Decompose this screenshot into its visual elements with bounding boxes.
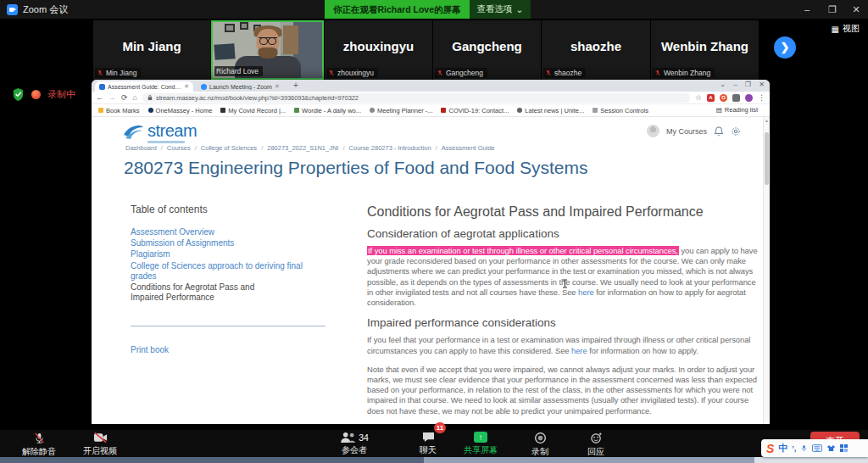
- bookmark-star-icon[interactable]: ☆: [695, 94, 702, 102]
- zoom-app-icon: [7, 4, 18, 15]
- bookmark-item[interactable]: COVID-19: Contact...: [441, 107, 509, 114]
- banner-text: 你正在观看Richard Love的屏幕: [325, 0, 470, 19]
- ime-punctuation-toggle[interactable]: ’,: [792, 444, 796, 453]
- bookmark-item[interactable]: Latest news | Unite...: [517, 107, 584, 114]
- url-text: stream.massey.ac.nz/mod/book/view.php?id…: [156, 94, 359, 102]
- participant-tile[interactable]: Gangcheng Gangcheng: [433, 20, 541, 80]
- chat-icon: [422, 432, 435, 443]
- forward-icon[interactable]: →: [108, 94, 116, 102]
- participant-tile[interactable]: Min Jiang Min Jiang: [93, 20, 210, 80]
- sogou-ime-bar[interactable]: S 中 ’,: [761, 439, 868, 457]
- notifications-bell-icon[interactable]: [714, 126, 724, 137]
- toc-link[interactable]: Submission of Assignments: [131, 238, 304, 248]
- office-extension-icon[interactable]: O: [720, 94, 727, 102]
- my-courses-link[interactable]: My Courses: [666, 127, 707, 136]
- breadcrumb-item[interactable]: Assessment Guide: [431, 144, 495, 152]
- user-avatar[interactable]: [647, 125, 659, 137]
- recording-label: 录制中: [47, 88, 75, 101]
- recording-indicator: 录制中: [12, 87, 75, 102]
- breadcrumb-item[interactable]: College of Sciences: [191, 144, 257, 152]
- mic-muted-icon: [654, 70, 661, 76]
- mic-muted-icon: [97, 70, 103, 76]
- home-icon[interactable]: ⌂: [133, 94, 137, 102]
- view-options-button[interactable]: 查看选项 ⌄: [470, 0, 531, 19]
- browser-minimize-button[interactable]: –: [734, 81, 737, 88]
- adobe-extension-icon[interactable]: A: [707, 94, 715, 102]
- stream-tagline: [147, 141, 185, 143]
- bookmark-item[interactable]: Meeting Planner -...: [370, 107, 432, 114]
- camera-off-icon: [93, 432, 108, 443]
- scroll-up-icon[interactable]: ▲: [764, 117, 770, 124]
- reactions-smiley-icon: [590, 432, 603, 444]
- here-link[interactable]: here: [571, 346, 587, 355]
- browser-close-button[interactable]: ✕: [759, 81, 765, 88]
- ime-skin-shirt-icon[interactable]: [826, 444, 836, 452]
- bookmark-item[interactable]: Book Marks: [98, 107, 140, 114]
- mic-muted-icon: [545, 70, 552, 76]
- close-button[interactable]: ✕: [848, 0, 865, 19]
- new-tab-button[interactable]: +: [293, 81, 298, 90]
- start-video-button[interactable]: 开启视频: [68, 432, 132, 457]
- toc-link[interactable]: Assessment Overview: [131, 227, 304, 237]
- bookmark-item[interactable]: OneMassey - Home: [148, 107, 213, 114]
- browser-tab-active[interactable]: Assessment Guide: Conditions f... ✕: [95, 81, 193, 92]
- browser-menu-kebab-icon[interactable]: ⋮: [758, 94, 765, 102]
- participant-tile[interactable]: Wenbin Zhang Wenbin Zhang: [651, 20, 759, 80]
- minimize-button[interactable]: –: [798, 0, 815, 19]
- browser-tab[interactable]: Launch Meeting - Zoom ✕: [197, 81, 290, 92]
- security-shield-icon[interactable]: [12, 87, 25, 102]
- close-tab-icon[interactable]: ✕: [184, 83, 189, 90]
- participant-tile[interactable]: zhouxingyu zhouxingyu: [325, 20, 432, 80]
- share-screen-button[interactable]: ↑ 共享屏幕: [448, 432, 513, 456]
- browser-maximize-button[interactable]: ❐: [745, 81, 751, 88]
- extensions-puzzle-icon[interactable]: [732, 94, 740, 102]
- view-layout-button[interactable]: ▦ 视图: [832, 23, 860, 35]
- highlighted-text: If you miss an examination or test throu…: [367, 246, 679, 255]
- participants-button[interactable]: 34 参会者: [322, 432, 387, 456]
- shared-browser-window: Assessment Guide: Conditions f... ✕ Laun…: [92, 80, 770, 424]
- unmute-button[interactable]: 解除静音: [7, 432, 71, 458]
- participant-label: zhouxingyu: [337, 69, 374, 77]
- stream-wordmark: stream: [147, 122, 197, 139]
- breadcrumb-item[interactable]: Course 280273 - Introduction: [338, 144, 431, 152]
- participant-label: Gangcheng: [446, 69, 483, 77]
- profile-avatar-icon[interactable]: [745, 94, 753, 102]
- chapter-content: Conditions for Aegrotat Pass and Impaire…: [367, 204, 760, 424]
- breadcrumb-item[interactable]: 280273_2022_S1N1_JNI: [257, 144, 338, 152]
- participant-tile-active-video[interactable]: Richard Love: [211, 20, 324, 80]
- breadcrumb-item[interactable]: Dashboard: [125, 144, 157, 152]
- toc-link[interactable]: Plagiarism: [131, 249, 304, 259]
- ime-mic-icon[interactable]: [800, 443, 808, 453]
- breadcrumb-item[interactable]: Courses: [157, 144, 191, 152]
- address-bar[interactable]: stream.massey.ac.nz/mod/book/view.php?id…: [142, 93, 690, 103]
- print-book-link[interactable]: Print book: [131, 345, 304, 355]
- tab-search-icon[interactable]: ⌄: [720, 81, 726, 88]
- ime-toolbox-grid-icon[interactable]: [840, 444, 848, 452]
- bookmarks-bar: Book Marks OneMassey - Home My Covid Rec…: [92, 104, 770, 117]
- close-tab-icon[interactable]: ✕: [275, 83, 280, 90]
- reading-list-button[interactable]: ▤ Reading list: [711, 106, 758, 114]
- participant-label: Wenbin Zhang: [664, 69, 710, 77]
- next-participants-button[interactable]: ❯: [774, 36, 796, 59]
- reactions-button[interactable]: 回应: [564, 432, 628, 458]
- ime-language-toggle[interactable]: 中: [778, 442, 787, 455]
- record-button[interactable]: 录制: [508, 432, 572, 458]
- sogou-logo-icon[interactable]: S: [766, 443, 774, 455]
- bookmark-item[interactable]: Session Controls: [593, 107, 648, 114]
- back-icon[interactable]: ←: [96, 94, 103, 102]
- toc-link[interactable]: College of Sciences approach to deriving…: [131, 261, 304, 282]
- here-link[interactable]: here: [578, 287, 594, 297]
- toc-divider: [131, 326, 326, 326]
- maximize-button[interactable]: ❐: [824, 0, 841, 19]
- stream-logo[interactable]: stream: [122, 122, 197, 143]
- bookmark-item[interactable]: Wordle - A daily wo...: [294, 107, 361, 114]
- scrollbar-thumb[interactable]: [765, 132, 769, 185]
- page-scrollbar[interactable]: ▲: [763, 117, 770, 424]
- settings-gear-icon[interactable]: [731, 126, 741, 137]
- breadcrumb: DashboardCoursesCollege of Sciences28027…: [125, 144, 495, 152]
- reload-icon[interactable]: ⟳: [121, 94, 128, 102]
- grid-icon: ▦: [832, 25, 839, 34]
- participant-tile[interactable]: shaozhe shaozhe: [542, 20, 650, 80]
- ime-keyboard-icon[interactable]: [812, 444, 822, 452]
- bookmark-item[interactable]: My Covid Record |...: [220, 107, 286, 114]
